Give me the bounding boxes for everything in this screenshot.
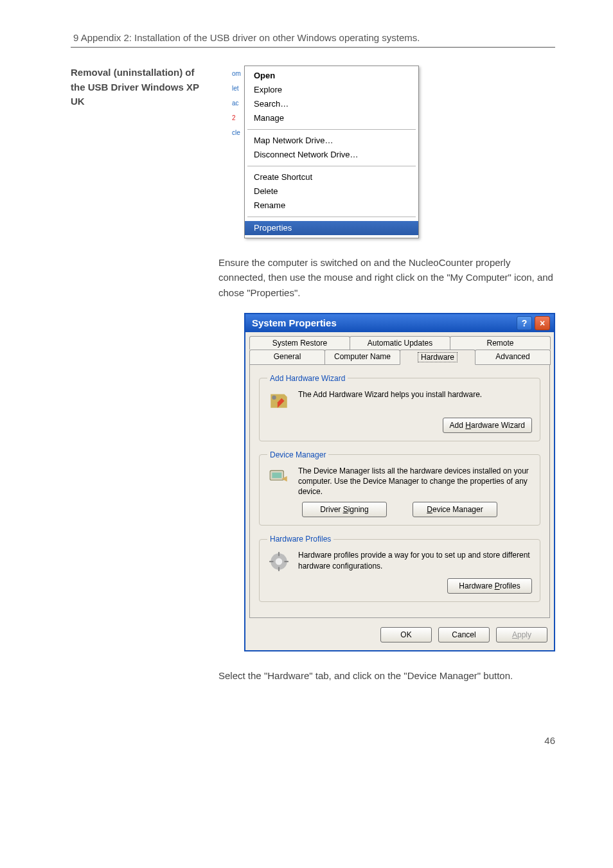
group-legend: Hardware Profiles — [267, 535, 333, 544]
ctx-item-properties[interactable]: Properties — [245, 221, 418, 235]
hardware-wizard-icon — [267, 389, 290, 412]
group-text: Hardware profiles provide a way for you … — [298, 550, 532, 571]
group-hardware-profiles: Hardware Profiles Hardware profiles prov… — [259, 535, 540, 602]
svg-rect-2 — [272, 472, 281, 478]
ctx-item-rename[interactable]: Rename — [245, 199, 418, 213]
tab-general[interactable]: General — [249, 350, 325, 365]
tab-computer-name[interactable]: Computer Name — [324, 350, 400, 365]
ctx-item-explore[interactable]: Explore — [245, 83, 418, 97]
ctx-separator — [247, 166, 416, 166]
group-legend: Device Manager — [267, 450, 328, 459]
dialog-footer: OK Cancel Apply — [245, 623, 554, 650]
tab-hardware[interactable]: Hardware — [400, 350, 475, 365]
svg-rect-6 — [278, 567, 280, 571]
group-text: The Add Hardware Wizard helps you instal… — [298, 389, 532, 400]
apply-button[interactable]: Apply — [496, 627, 547, 642]
help-icon[interactable]: ? — [517, 316, 532, 330]
svg-rect-5 — [278, 552, 280, 556]
group-device-manager: Device Manager The Device Manager lists … — [259, 450, 540, 526]
ctx-item-shortcut[interactable]: Create Shortcut — [245, 170, 418, 184]
svg-rect-7 — [269, 561, 273, 562]
ctx-separator — [247, 217, 416, 217]
device-manager-icon — [267, 466, 290, 489]
ctx-item-search[interactable]: Search… — [245, 97, 418, 111]
system-properties-dialog: System Properties ? × System Restore Aut… — [244, 313, 555, 652]
ctx-item-map-drive[interactable]: Map Network Drive… — [245, 134, 418, 148]
cancel-button[interactable]: Cancel — [438, 627, 490, 642]
device-manager-button[interactable]: Device Manager — [413, 502, 497, 517]
tab-system-restore[interactable]: System Restore — [249, 336, 350, 350]
instruction-paragraph-2: Select the "Hardware" tab, and click on … — [218, 668, 555, 683]
add-hardware-wizard-button[interactable]: Add Hardware Wizard — [443, 418, 532, 433]
group-legend: Add Hardware Wizard — [267, 374, 348, 383]
driver-signing-button[interactable]: Driver Signing — [302, 502, 387, 517]
ctx-item-delete[interactable]: Delete — [245, 184, 418, 199]
instruction-paragraph-1: Ensure the computer is switched on and t… — [218, 255, 555, 300]
ctx-item-disconnect-drive[interactable]: Disconnect Network Drive… — [245, 148, 418, 162]
tab-automatic-updates[interactable]: Automatic Updates — [350, 336, 450, 350]
group-add-hardware-wizard: Add Hardware Wizard The Add Hardware Wiz… — [259, 374, 540, 441]
tab-panel-hardware: Add Hardware Wizard The Add Hardware Wiz… — [249, 364, 550, 619]
ok-button[interactable]: OK — [380, 627, 432, 642]
page-header: 9 Appendix 2: Installation of the USB dr… — [71, 32, 555, 48]
svg-point-0 — [272, 395, 276, 399]
close-icon[interactable]: × — [535, 316, 550, 330]
page-number: 46 — [71, 735, 555, 746]
dialog-title: System Properties — [252, 317, 337, 328]
context-menu: omletac2cle Open Explore Search… Manage … — [244, 66, 419, 238]
hardware-profiles-button[interactable]: Hardware Profiles — [447, 578, 532, 594]
dialog-titlebar: System Properties ? × — [245, 314, 554, 332]
hardware-profiles-icon — [267, 550, 290, 573]
sidebar-section-title: Removal (uninstallation) of the USB Driv… — [71, 66, 199, 696]
svg-rect-8 — [285, 561, 289, 562]
group-text: The Device Manager lists all the hardwar… — [298, 466, 532, 497]
ctx-separator — [247, 129, 416, 130]
tab-remote[interactable]: Remote — [450, 336, 551, 350]
ctx-item-manage[interactable]: Manage — [245, 111, 418, 125]
desktop-icon-strip: omletac2cle — [231, 66, 245, 238]
svg-point-4 — [276, 558, 283, 565]
ctx-item-open[interactable]: Open — [245, 69, 418, 83]
tab-advanced[interactable]: Advanced — [475, 350, 551, 365]
